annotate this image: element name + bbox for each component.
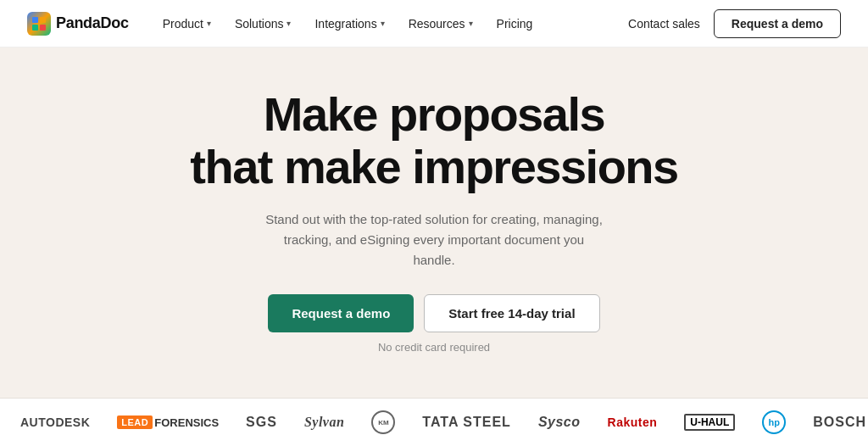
logo-icon — [27, 12, 51, 36]
chevron-down-icon: ▾ — [469, 19, 473, 28]
svg-rect-3 — [40, 25, 46, 31]
brand-sylvan: Sylvan — [304, 415, 344, 430]
logo-text: PandaDoc — [56, 14, 129, 32]
navbar: PandaDoc Product ▾ Solutions ▾ Integrati… — [0, 0, 868, 47]
nav-item-product[interactable]: Product ▾ — [153, 10, 221, 37]
nav-item-pricing[interactable]: Pricing — [487, 10, 543, 37]
hero-section: Make proposals that make impressions Sta… — [0, 47, 868, 398]
brand-konica-minolta: KM — [371, 410, 395, 434]
nav-links: Product ▾ Solutions ▾ Integrations ▾ Res… — [153, 10, 628, 37]
chevron-down-icon: ▾ — [207, 19, 211, 28]
free-trial-button[interactable]: Start free 14-day trial — [424, 294, 599, 332]
hero-buttons: Request a demo Start free 14-day trial — [268, 294, 599, 332]
brand-sysco: Sysco — [538, 415, 581, 430]
brand-hp: hp — [762, 410, 786, 434]
brand-autodesk: AUTODESK — [20, 415, 90, 429]
chevron-down-icon: ▾ — [381, 19, 385, 28]
brand-rakuten: Rakuten — [608, 415, 658, 429]
hero-title: Make proposals that make impressions — [190, 88, 677, 192]
chevron-down-icon: ▾ — [287, 19, 291, 28]
brand-uhaul: U-HAUL — [684, 414, 735, 431]
contact-sales-link[interactable]: Contact sales — [628, 17, 700, 31]
brand-tata-steel: TATA STEEL — [422, 415, 511, 430]
nav-item-resources[interactable]: Resources ▾ — [398, 10, 483, 37]
request-demo-hero-button[interactable]: Request a demo — [268, 294, 414, 332]
logo-link[interactable]: PandaDoc — [27, 12, 129, 36]
logo-strip-inner: AUTODESK LEADFORENSICS SGS Sylvan KM TAT… — [0, 410, 868, 434]
svg-rect-2 — [32, 25, 38, 31]
nav-right: Contact sales Request a demo — [628, 9, 841, 38]
svg-rect-0 — [32, 17, 38, 23]
logo-strip: AUTODESK LEADFORENSICS SGS Sylvan KM TAT… — [0, 398, 868, 435]
hero-subtitle: Stand out with the top-rated solution fo… — [264, 209, 604, 270]
brand-bosch: BOSCH — [813, 415, 866, 430]
no-credit-card-text: No credit card required — [378, 341, 490, 354]
request-demo-nav-button[interactable]: Request a demo — [714, 9, 841, 38]
nav-item-solutions[interactable]: Solutions ▾ — [225, 10, 302, 37]
svg-rect-1 — [40, 17, 46, 23]
brand-lead-forensics: LEADFORENSICS — [117, 415, 219, 429]
nav-item-integrations[interactable]: Integrations ▾ — [304, 10, 394, 37]
brand-sgs: SGS — [246, 415, 277, 430]
